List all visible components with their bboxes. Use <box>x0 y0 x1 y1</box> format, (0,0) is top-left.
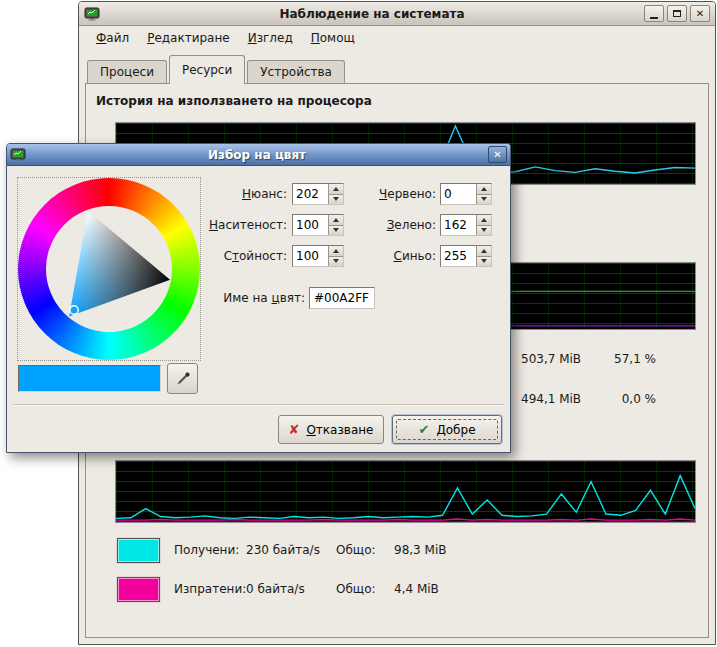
dialog-title: Избор на цвят <box>29 148 485 162</box>
color-preview-swatch <box>18 365 161 392</box>
minimize-button[interactable] <box>644 5 664 22</box>
red-spinbox[interactable] <box>440 183 492 205</box>
ok-button[interactable]: ✔ Добре <box>392 415 502 444</box>
tab-resources[interactable]: Ресурси <box>169 55 245 84</box>
swap-amount: 494,1 MiB <box>521 388 611 410</box>
close-window-button[interactable]: ✕ <box>690 5 710 22</box>
maximize-icon <box>673 10 681 17</box>
sent-rate: 0 байта/s <box>246 582 336 596</box>
down-arrow-icon <box>333 259 339 263</box>
sent-total: 4,4 MiB <box>394 582 439 596</box>
saturation-label: Наситеност: <box>157 214 287 236</box>
spin-up-button[interactable] <box>329 184 343 195</box>
tab-devices[interactable]: Устройства <box>247 60 345 83</box>
ok-icon: ✔ <box>418 423 429 436</box>
spin-down-button[interactable] <box>329 195 343 205</box>
maximize-button[interactable] <box>667 5 687 22</box>
spin-up-button[interactable] <box>329 246 343 257</box>
up-arrow-icon <box>333 249 339 253</box>
main-titlebar[interactable]: Наблюдение на системата ✕ <box>79 2 715 26</box>
up-arrow-icon <box>481 218 487 222</box>
cpu-history-heading: История на използването на процесора <box>96 94 372 108</box>
dialog-close-button[interactable]: ✕ <box>488 146 507 163</box>
menu-file[interactable]: Файл <box>87 28 138 48</box>
value-spinbox[interactable] <box>292 245 344 267</box>
received-total: 98,3 MiB <box>394 543 446 557</box>
spin-up-button[interactable] <box>477 246 491 257</box>
eyedropper-button[interactable] <box>167 363 198 394</box>
received-color-swatch[interactable] <box>117 538 160 563</box>
desktop: Наблюдение на системата ✕ Файл Редактира… <box>0 0 717 647</box>
green-label: Зелено: <box>359 214 436 236</box>
green-input[interactable] <box>441 215 476 235</box>
eyedropper-icon <box>175 371 191 387</box>
down-arrow-icon <box>333 197 339 201</box>
menu-view[interactable]: Изглед <box>239 28 302 48</box>
received-rate: 230 байта/s <box>246 543 336 557</box>
down-arrow-icon <box>481 228 487 232</box>
down-arrow-icon <box>481 197 487 201</box>
up-arrow-icon <box>333 218 339 222</box>
spin-up-button[interactable] <box>329 215 343 226</box>
spin-up-button[interactable] <box>477 215 491 226</box>
spin-down-button[interactable] <box>477 226 491 236</box>
saturation-input[interactable] <box>293 215 328 235</box>
red-spin-arrows <box>476 184 491 204</box>
down-arrow-icon <box>333 228 339 232</box>
received-total-label: Общо: <box>336 543 394 557</box>
close-icon: ✕ <box>493 149 501 160</box>
hue-spinbox[interactable] <box>292 183 344 205</box>
value-label: Стойност: <box>157 245 287 267</box>
window-title: Наблюдение на системата <box>103 7 641 21</box>
menu-edit[interactable]: Редактиране <box>138 28 239 48</box>
network-history-graph <box>115 460 696 523</box>
menubar: Файл Редактиране Изглед Помощ <box>79 26 715 49</box>
saturation-spinbox[interactable] <box>292 214 344 236</box>
color-name-label: Име на цвят: <box>157 287 305 309</box>
network-received-row: Получени: 230 байта/s Общо: 98,3 MiB <box>117 537 446 563</box>
spin-down-button[interactable] <box>477 195 491 205</box>
value-spin-arrows <box>328 246 343 266</box>
swap-percent: 0,0 % <box>604 388 656 410</box>
hue-spin-arrows <box>328 184 343 204</box>
cancel-button[interactable]: ✘ Отказване <box>278 415 384 444</box>
color-picker-dialog: Избор на цвят ✕ Нюанс <box>6 143 511 453</box>
sent-total-label: Общо: <box>336 582 394 596</box>
spin-down-button[interactable] <box>329 257 343 267</box>
hue-input[interactable] <box>293 184 328 204</box>
up-arrow-icon <box>481 187 487 191</box>
minimize-icon <box>650 17 658 19</box>
received-label: Получени: <box>174 543 246 557</box>
up-arrow-icon <box>481 249 487 253</box>
color-name-input[interactable] <box>309 287 375 309</box>
memory-percent: 57,1 % <box>604 348 656 370</box>
value-input[interactable] <box>293 246 328 266</box>
action-area-separator <box>13 404 504 406</box>
blue-input[interactable] <box>441 246 476 266</box>
tab-processes[interactable]: Процеси <box>87 60 167 83</box>
sent-label: Изпратени: <box>174 582 246 596</box>
sent-color-swatch[interactable] <box>117 577 160 602</box>
down-arrow-icon <box>481 259 487 263</box>
red-input[interactable] <box>441 184 476 204</box>
cancel-label: Отказване <box>306 423 373 437</box>
blue-spinbox[interactable] <box>440 245 492 267</box>
menu-help[interactable]: Помощ <box>302 28 364 48</box>
blue-label: Синьо: <box>359 245 436 267</box>
green-spin-arrows <box>476 215 491 235</box>
spin-up-button[interactable] <box>477 184 491 195</box>
blue-spin-arrows <box>476 246 491 266</box>
system-monitor-icon <box>84 6 100 22</box>
green-spinbox[interactable] <box>440 214 492 236</box>
spin-down-button[interactable] <box>329 226 343 236</box>
memory-amount: 503,7 MiB <box>521 348 611 370</box>
hue-label: Нюанс: <box>157 183 287 205</box>
dialog-titlebar[interactable]: Избор на цвят ✕ <box>7 144 510 166</box>
spin-down-button[interactable] <box>477 257 491 267</box>
cancel-icon: ✘ <box>289 423 300 436</box>
red-label: Червено: <box>359 183 436 205</box>
up-arrow-icon <box>333 187 339 191</box>
ok-label: Добре <box>436 423 475 437</box>
tab-strip: Процеси Ресурси Устройства <box>87 55 347 83</box>
saturation-value-triangle[interactable] <box>18 178 200 360</box>
